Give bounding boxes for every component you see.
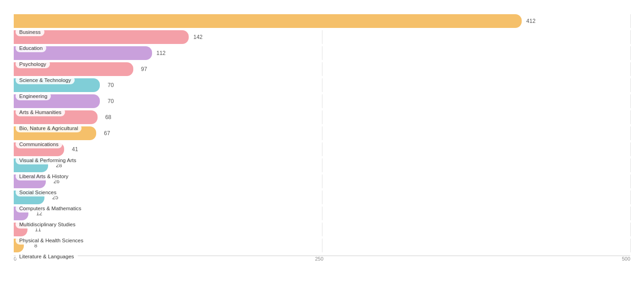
- bar-label: Liberal Arts & History: [16, 172, 72, 180]
- chart-wrapper: 412Business142Education112Psychology97Sc…: [14, 14, 630, 262]
- x-axis-500: 500: [622, 256, 630, 262]
- x-axis: 0 250 500: [14, 256, 630, 262]
- bar-row: 112Psychology: [14, 46, 630, 60]
- bar-label: Communications: [16, 140, 62, 148]
- bar-row: 8Literature & Languages: [14, 238, 630, 253]
- bar-row: 11Physical & Health Sciences: [14, 222, 630, 237]
- bar-container: 70Arts & Humanities: [14, 94, 630, 108]
- bar-label: Bio, Nature & Agricultural: [16, 124, 82, 132]
- bar-row: 12Multidisciplinary Studies: [14, 206, 630, 221]
- bar-row: 97Science & Technology: [14, 62, 630, 76]
- bar-row: 68Bio, Nature & Agricultural: [14, 110, 630, 125]
- bar-row: 26Social Sciences: [14, 174, 630, 189]
- bar-value: 142: [193, 34, 202, 40]
- bar-container: 97Science & Technology: [14, 62, 630, 76]
- bar-value: 70: [108, 98, 114, 104]
- bar-label: Literature & Languages: [16, 252, 78, 261]
- bar-container: 25Computers & Mathematics: [14, 191, 630, 204]
- bar-fill: 412: [14, 14, 522, 28]
- bar-container: 412Business: [14, 14, 630, 28]
- bar-label: Psychology: [16, 60, 50, 68]
- bar-container: 11Physical & Health Sciences: [14, 223, 630, 236]
- x-axis-250: 250: [315, 256, 323, 262]
- bar-container: 28Liberal Arts & History: [14, 158, 630, 172]
- bars-container: 412Business142Education112Psychology97Sc…: [14, 14, 630, 253]
- bar-value: 70: [108, 82, 114, 88]
- bar-row: 41Visual & Performing Arts: [14, 142, 630, 157]
- bar-row: 25Computers & Mathematics: [14, 190, 630, 205]
- bar-container: 112Psychology: [14, 46, 630, 60]
- bar-value: 97: [141, 66, 147, 72]
- bar-container: 26Social Sciences: [14, 174, 630, 188]
- bar-row: 67Communications: [14, 126, 630, 141]
- bar-value: 41: [72, 146, 78, 153]
- bar-container: 8Literature & Languages: [14, 239, 630, 252]
- bar-container: 68Bio, Nature & Agricultural: [14, 110, 630, 124]
- bar-label: Social Sciences: [16, 188, 60, 196]
- bar-value: 68: [105, 114, 111, 120]
- bar-row: 28Liberal Arts & History: [14, 158, 630, 173]
- bar-container: 70Engineering: [14, 78, 630, 92]
- bar-container: 12Multidisciplinary Studies: [14, 207, 630, 220]
- bar-container: 67Communications: [14, 126, 630, 140]
- bar-container: 142Education: [14, 30, 630, 44]
- bar-value: 67: [104, 130, 110, 136]
- bar-label: Computers & Mathematics: [16, 204, 85, 213]
- bar-row: 70Arts & Humanities: [14, 94, 630, 109]
- bar-label: Science & Technology: [16, 76, 75, 84]
- bar-row: 142Education: [14, 30, 630, 44]
- bar-label: Visual & Performing Arts: [16, 156, 80, 164]
- bar-label: Education: [16, 44, 46, 52]
- bar-label: Engineering: [16, 92, 51, 100]
- bar-label: Multidisciplinary Studies: [16, 220, 79, 229]
- bar-label: Arts & Humanities: [16, 108, 65, 116]
- bar-row: 70Engineering: [14, 78, 630, 93]
- bar-label: Business: [16, 28, 44, 36]
- bar-value: 412: [526, 18, 535, 24]
- bar-label: Physical & Health Sciences: [16, 236, 87, 245]
- bar-row: 412Business: [14, 14, 630, 28]
- bar-container: 41Visual & Performing Arts: [14, 142, 630, 156]
- bar-value: 112: [156, 50, 165, 56]
